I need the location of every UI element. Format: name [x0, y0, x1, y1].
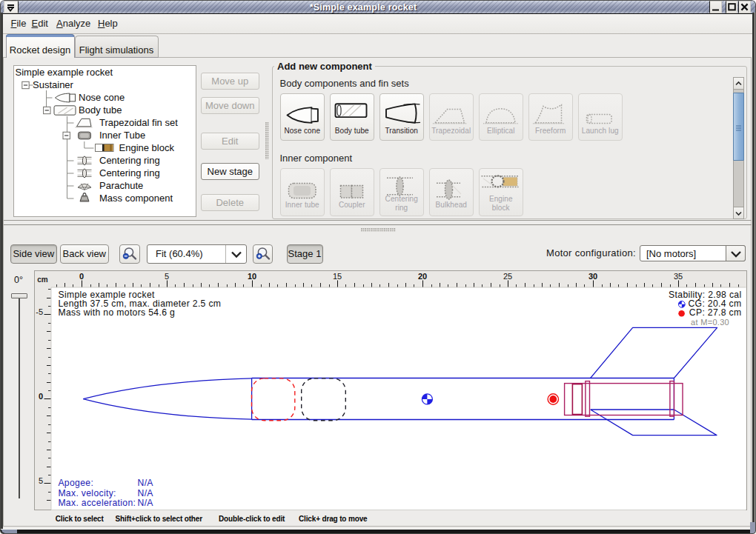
svg-text:25: 25 [503, 272, 512, 281]
svg-text:15: 15 [333, 272, 342, 281]
svg-text:-5: -5 [36, 307, 43, 316]
svg-text:35: 35 [674, 272, 683, 281]
svg-text:cm: cm [37, 276, 48, 284]
svg-text:20: 20 [418, 272, 427, 281]
svg-text:10: 10 [248, 272, 256, 281]
svg-text:0: 0 [79, 272, 84, 281]
svg-text:5: 5 [39, 476, 43, 485]
svg-text:30: 30 [588, 272, 597, 281]
svg-text:5: 5 [165, 272, 169, 281]
svg-text:0: 0 [39, 392, 43, 401]
